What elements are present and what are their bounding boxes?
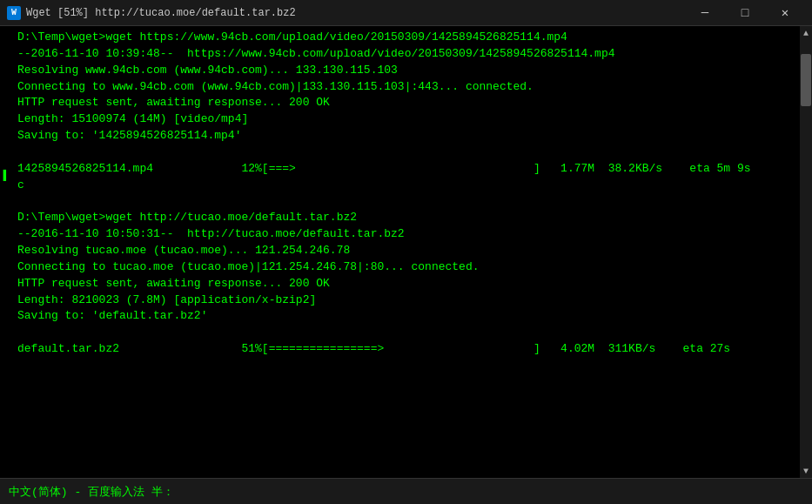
terminal-output[interactable]: D:\Temp\wget>wget https://www.94cb.com/u… (12, 26, 800, 478)
window-controls: ─ □ ✕ (685, 0, 805, 26)
status-text: 中文(简体) - 百度输入法 半： (9, 484, 174, 500)
terminal-line: --2016-11-10 10:50:31-- http://tucao.moe… (17, 226, 795, 243)
title-bar: W Wget [51%] http://tucao.moe/default.ta… (0, 0, 812, 26)
terminal-line (17, 407, 795, 423)
terminal-wrapper: ▌ D:\Temp\wget>wget https://www.94cb.com… (0, 26, 812, 478)
terminal-line: Length: 15100974 (14M) [video/mp4] (17, 111, 795, 128)
terminal-line (17, 423, 795, 440)
terminal-line (17, 440, 795, 456)
terminal-line: Connecting to tucao.moe (tucao.moe)|121.… (17, 259, 795, 276)
app-icon: W (7, 6, 21, 20)
terminal-line: Resolving tucao.moe (tucao.moe)... 121.2… (17, 243, 795, 259)
terminal-line: Saving to: '1425894526825114.mp4' (17, 128, 795, 144)
terminal-line (17, 325, 795, 341)
terminal-line: Length: 8210023 (7.8M) [application/x-bz… (17, 292, 795, 309)
terminal-line: Resolving www.94cb.com (www.94cb.com)...… (17, 63, 795, 79)
terminal-line: D:\Temp\wget>wget http://tucao.moe/defau… (17, 210, 795, 226)
terminal-line (17, 193, 795, 210)
window-title: Wget [51%] http://tucao.moe/default.tar.… (26, 7, 296, 19)
terminal-line: --2016-11-10 10:39:48-- https://www.94cb… (17, 46, 795, 63)
terminal-line: c (17, 178, 795, 194)
terminal-line: D:\Temp\wget>wget https://www.94cb.com/u… (17, 30, 795, 46)
terminal-line: Saving to: 'default.tar.bz2' (17, 308, 795, 325)
terminal-line: default.tar.bz2 51%[================> ] … (17, 341, 795, 358)
left-gutter: ▌ (0, 26, 12, 478)
title-bar-left: W Wget [51%] http://tucao.moe/default.ta… (7, 6, 296, 20)
terminal-line (17, 374, 795, 391)
scrollbar[interactable]: ▲ ▼ (800, 26, 812, 478)
scrollbar-thumb[interactable] (801, 54, 811, 106)
terminal-line (17, 391, 795, 407)
status-bar: 中文(简体) - 百度输入法 半： (0, 478, 812, 504)
terminal-line: HTTP request sent, awaiting response... … (17, 95, 795, 111)
maximize-button[interactable]: □ (725, 0, 765, 26)
left-icon-1: ▌ (3, 170, 10, 181)
minimize-button[interactable]: ─ (685, 0, 725, 26)
terminal-line (17, 144, 795, 161)
scroll-down-button[interactable]: ▼ (800, 464, 812, 478)
terminal-line: HTTP request sent, awaiting response... … (17, 276, 795, 292)
terminal-line: Connecting to www.94cb.com (www.94cb.com… (17, 79, 795, 96)
terminal-line (17, 358, 795, 374)
scroll-up-button[interactable]: ▲ (800, 26, 812, 40)
close-button[interactable]: ✕ (765, 0, 805, 26)
terminal-line: 1425894526825114.mp4 12%[===> ] 1.77M 38… (17, 161, 795, 178)
